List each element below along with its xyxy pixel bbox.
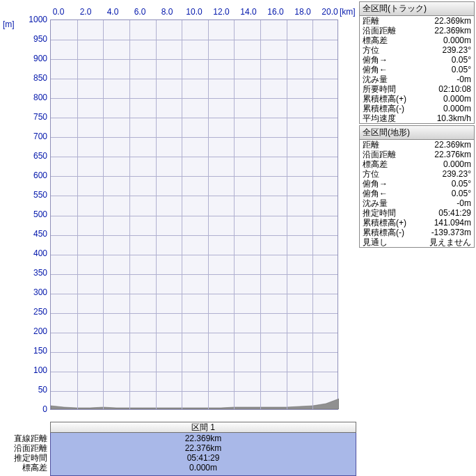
row-key: 俯角→ [363, 179, 388, 189]
x-tick: 16.0 [266, 7, 285, 17]
row-value: 22.369km [434, 140, 471, 150]
section-summary: 直線距離沿面距離推定時間標高差 区間 1 22.369km22.376km05:… [0, 422, 358, 476]
left-column: [m] [km] 0.02.04.06.08.010.012.014.016.0… [0, 0, 358, 476]
row-key: 距離 [363, 16, 379, 26]
row-value: -139.373m [431, 228, 471, 237]
section-value: 22.376km [51, 443, 356, 453]
x-tick: 2.0 [76, 7, 95, 17]
row-key: 平均速度 [363, 113, 396, 123]
x-tick: 14.0 [239, 7, 258, 17]
table-row: 平均速度10.3km/h [360, 113, 474, 123]
row-value: 239.23° [442, 169, 471, 179]
row-value: 0.05° [452, 179, 471, 189]
row-key: 沈み量 [363, 74, 388, 84]
y-tick: 250 [21, 308, 47, 327]
row-key: 累積標高(+) [363, 94, 406, 104]
table-row: 方位239.23° [360, 45, 474, 55]
row-value: 0.000m [443, 159, 471, 169]
terrain-profile [51, 395, 339, 409]
row-key: 累積標高(-) [363, 228, 404, 237]
row-key: 推定時間 [363, 208, 396, 218]
table-row: 沈み量-0m [360, 198, 474, 208]
row-value: 22.376km [434, 150, 471, 159]
x-tick: 20.0 [320, 7, 340, 17]
panel-body: 距離22.369km沿面距離22.376km標高差0.000m方位239.23°… [360, 140, 474, 247]
y-tick: 100 [21, 366, 47, 386]
y-tick: 300 [21, 288, 47, 308]
y-tick: 900 [21, 54, 47, 74]
y-tick: 150 [21, 347, 47, 366]
table-row: 俯角←0.05° [360, 65, 474, 74]
info-panel: 全区間(トラック)距離22.369km沿面距離22.369km標高差0.000m… [359, 1, 475, 124]
y-tick: 950 [21, 35, 47, 54]
table-row: 標高差0.000m [360, 159, 474, 169]
x-axis-ticks: 0.02.04.06.08.010.012.014.016.018.020.0 [49, 7, 340, 17]
section-value: 0.000m [51, 463, 356, 473]
row-value: 0.000m [443, 104, 471, 113]
section-label: 推定時間 [14, 452, 50, 462]
section-label: 沿面距離 [14, 443, 50, 452]
row-value: 0.05° [452, 55, 471, 65]
row-key: 沿面距離 [363, 26, 396, 35]
y-tick: 50 [21, 386, 47, 405]
row-key: 見通し [363, 237, 388, 247]
row-value: 0.000m [443, 94, 471, 104]
table-row: 累積標高(+)0.000m [360, 94, 474, 104]
y-tick: 1000 [21, 15, 47, 35]
table-row: 累積標高(+)141.094m [360, 218, 474, 228]
row-key: 方位 [363, 45, 379, 55]
panel-body: 距離22.369km沿面距離22.369km標高差0.000m方位239.23°… [360, 16, 474, 123]
row-value: -0m [457, 74, 471, 84]
y-axis-unit: [m] [3, 19, 15, 29]
x-tick: 4.0 [103, 7, 122, 17]
x-tick: 6.0 [130, 7, 150, 17]
y-tick: 800 [21, 93, 47, 113]
table-row: 見通し見えません [360, 237, 474, 247]
section-label: 直線距離 [14, 433, 50, 443]
x-axis-unit: [km] [340, 7, 356, 17]
table-row: 沿面距離22.376km [360, 150, 474, 159]
row-value: 0.05° [452, 189, 471, 198]
x-tick: 0.0 [49, 7, 68, 17]
table-row: 俯角→0.05° [360, 55, 474, 65]
row-key: 沈み量 [363, 198, 388, 208]
y-axis-ticks: 1000950900850800750700650600550500450400… [21, 15, 47, 425]
table-row: 累積標高(-)-139.373m [360, 228, 474, 237]
y-tick: 350 [21, 269, 47, 288]
app-root: [m] [km] 0.02.04.06.08.010.012.014.016.0… [0, 0, 476, 476]
x-tick: 10.0 [184, 7, 204, 17]
section-body: 22.369km22.376km05:41:290.000m [50, 433, 356, 476]
y-tick: 850 [21, 74, 47, 93]
row-value: 02:10:08 [438, 84, 471, 94]
row-value: 22.369km [434, 26, 471, 35]
y-tick: 450 [21, 230, 47, 249]
row-key: 標高差 [363, 35, 388, 45]
section-value: 22.369km [51, 434, 356, 443]
panel-title: 全区間(地形) [360, 126, 474, 140]
table-row: 所要時間02:10:08 [360, 84, 474, 94]
row-value: 10.3km/h [437, 113, 471, 123]
y-tick: 200 [21, 327, 47, 347]
y-tick: 550 [21, 191, 47, 210]
y-tick: 600 [21, 171, 47, 191]
row-value: 22.369km [434, 16, 471, 26]
section-label: 標高差 [22, 462, 50, 472]
row-key: 方位 [363, 169, 379, 179]
x-tick: 18.0 [293, 7, 312, 17]
row-key: 沿面距離 [363, 150, 396, 159]
table-row: 沈み量-0m [360, 74, 474, 84]
y-tick: 700 [21, 132, 47, 152]
table-row: 方位239.23° [360, 169, 474, 179]
table-row: 距離22.369km [360, 140, 474, 150]
y-tick: 650 [21, 152, 47, 171]
y-tick: 400 [21, 249, 47, 269]
plot-area [50, 19, 338, 410]
x-tick: 12.0 [212, 7, 231, 17]
table-row: 俯角→0.05° [360, 179, 474, 189]
elevation-chart: [m] [km] 0.02.04.06.08.010.012.014.016.0… [0, 0, 358, 422]
y-tick: 500 [21, 210, 47, 230]
table-row: 標高差0.000m [360, 35, 474, 45]
row-value: 見えません [429, 237, 471, 247]
y-tick: 0 [21, 405, 47, 425]
x-tick: 8.0 [157, 7, 177, 17]
